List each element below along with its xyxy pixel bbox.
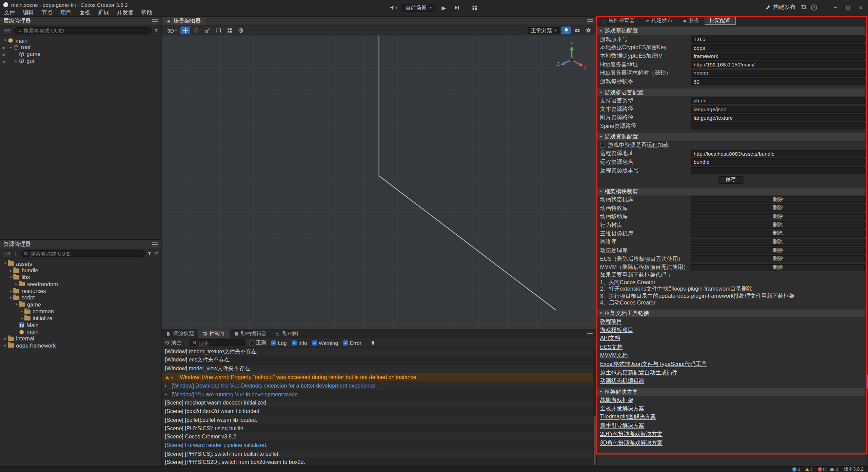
console-tab-3[interactable]: 动画图 xyxy=(271,329,302,337)
menu-item-2[interactable]: 节点 xyxy=(38,8,57,16)
expand-arrow[interactable]: ▸ xyxy=(8,289,13,293)
console-filter-3[interactable]: ✓Warning xyxy=(312,340,338,346)
warning-count-badge[interactable]: 1 xyxy=(805,467,813,472)
rotate-tool-button[interactable] xyxy=(192,26,201,34)
section-header[interactable]: ▾游戏多语言配置 xyxy=(597,88,865,96)
console-row[interactable]: [Window] ecs文件夹不存在 xyxy=(162,356,596,365)
console-tab-1[interactable]: 控制台 xyxy=(198,329,229,337)
console-filter-4[interactable]: ✓Error xyxy=(343,340,361,346)
mode-3d-button[interactable]: 3D▾ xyxy=(165,27,179,34)
console-row[interactable]: [Window] render_texture文件夹不存在 xyxy=(162,348,596,356)
lighting-toggle[interactable] xyxy=(561,26,571,34)
expand-arrow[interactable]: ▸ xyxy=(172,375,176,379)
doc-link[interactable]: 原生包热更新配置自动生成插件 xyxy=(600,369,678,376)
text-input[interactable]: 10000 xyxy=(691,70,865,77)
tree-item[interactable]: TSMain xyxy=(0,322,161,329)
scrollbar-thumb[interactable] xyxy=(594,416,596,465)
expand-arrow[interactable]: ▾ xyxy=(3,38,8,43)
minimize-button[interactable]: − xyxy=(831,4,839,10)
doc-link[interactable]: Tiledmap地图解决方案 xyxy=(600,413,656,421)
checkbox[interactable]: ✓ xyxy=(271,340,276,345)
tree-item[interactable]: ▾script xyxy=(0,294,161,301)
scene-viewport[interactable]: Y X Z xyxy=(162,35,596,329)
hierarchy-search[interactable] xyxy=(14,27,152,34)
console-row[interactable]: [Scene] Cocos Creator v3.8.2 xyxy=(162,432,596,441)
delete-button[interactable]: 删除 xyxy=(691,213,865,220)
scene-select[interactable]: 当前场景 ▾ xyxy=(401,4,435,12)
error-count-badge[interactable]: × 0 xyxy=(817,467,826,472)
menu-item-6[interactable]: 开发者 xyxy=(113,8,137,16)
console-row[interactable]: [Scene] [PHYSICS2D]: switch from box2d-w… xyxy=(162,458,596,466)
delete-button[interactable]: 删除 xyxy=(691,264,865,271)
expand-arrow[interactable]: ▾ xyxy=(14,302,19,307)
tree-item[interactable]: ▸resources xyxy=(0,288,161,294)
checkbox[interactable] xyxy=(600,143,605,148)
menu-item-1[interactable]: 编辑 xyxy=(19,8,38,16)
preview-image-icon[interactable] xyxy=(801,4,806,10)
tree-item[interactable]: ▸seedrandom xyxy=(0,281,161,288)
sort-icon[interactable] xyxy=(14,251,18,256)
text-input[interactable]: zh,en xyxy=(691,97,865,104)
delete-button[interactable]: 删除 xyxy=(691,204,865,212)
step-button[interactable] xyxy=(452,3,462,12)
console-row[interactable]: [Scene] Forward render pipeline initiali… xyxy=(162,441,596,449)
tree-item[interactable]: ▸oops-framework xyxy=(0,342,161,349)
export-log-icon[interactable] xyxy=(371,340,375,345)
expand-arrow[interactable]: ▸ xyxy=(165,392,170,396)
text-input[interactable] xyxy=(691,122,865,130)
console-row[interactable]: [Scene] [bullet]:bullet wasm lib loaded. xyxy=(162,415,596,424)
text-input[interactable]: framework xyxy=(691,53,865,60)
inspector-tab-3[interactable]: 框架配置 xyxy=(705,17,735,25)
checkbox[interactable] xyxy=(249,340,254,345)
extension-count-badge[interactable]: 0 xyxy=(830,467,838,472)
console-filter-0[interactable]: 正则 xyxy=(249,339,267,346)
tree-item[interactable]: ▾libs xyxy=(0,274,161,281)
doc-link[interactable]: 新手引导解决方案 xyxy=(600,422,645,430)
doc-link[interactable]: 动画状态机编辑器 xyxy=(600,377,645,385)
expand-arrow[interactable]: ▾ xyxy=(8,45,13,50)
assets-search[interactable] xyxy=(21,250,145,257)
section-header[interactable]: ▾游戏资源配置 xyxy=(597,133,865,141)
scene-editor-tab[interactable]: 场景编辑器 xyxy=(162,17,206,25)
expand-arrow[interactable]: ▸ xyxy=(165,383,170,388)
checkbox[interactable]: ✓ xyxy=(292,340,297,345)
console-search-input[interactable] xyxy=(199,340,242,346)
tree-item[interactable]: ▸initialize xyxy=(0,315,161,322)
tree-item[interactable]: ▸gui xyxy=(0,58,161,64)
console-row[interactable]: ▸[Window] You are running Vue in develop… xyxy=(162,390,596,398)
delete-button[interactable]: 删除 xyxy=(691,255,865,262)
delete-button[interactable]: 删除 xyxy=(691,247,865,254)
tree-item[interactable]: ▸internal xyxy=(0,335,161,342)
text-input[interactable]: bundle xyxy=(691,158,865,165)
console-scrollbar[interactable] xyxy=(593,348,596,466)
console-filter-1[interactable]: ✓Log xyxy=(271,340,287,346)
doc-link[interactable]: 游戏模板项目 xyxy=(600,326,633,334)
tree-item[interactable]: ▸common xyxy=(0,308,161,315)
panel-menu-icon[interactable] xyxy=(152,19,158,23)
expand-arrow[interactable]: ▾ xyxy=(3,261,8,266)
expand-arrow[interactable]: ▸ xyxy=(14,282,19,286)
expand-arrow[interactable]: ▸ xyxy=(3,343,8,348)
inspector-tab-1[interactable]: 构建发布 xyxy=(640,17,677,25)
inspector-scrollbar[interactable] xyxy=(866,25,868,466)
view-mode-select[interactable]: 正常浏览 ▾ xyxy=(527,27,559,34)
rect-tool-button[interactable] xyxy=(214,26,223,34)
text-input[interactable]: language/json xyxy=(691,105,865,113)
menu-item-4[interactable]: 面板 xyxy=(75,8,94,16)
doc-link[interactable]: 全栈开发解决方案 xyxy=(600,405,645,413)
expand-arrow[interactable]: ▸ xyxy=(14,59,19,63)
close-button[interactable]: × xyxy=(857,4,865,10)
tree-item[interactable]: ▾game xyxy=(0,301,161,308)
refresh-icon[interactable] xyxy=(154,251,158,256)
expand-arrow[interactable]: ▸ xyxy=(3,337,8,341)
console-row[interactable]: ▸[Window] [Vue warn]: Property "onInput"… xyxy=(162,373,596,381)
delete-button[interactable]: 删除 xyxy=(691,238,865,245)
menu-item-0[interactable]: 文件 xyxy=(0,8,19,16)
help-icon[interactable]: ? xyxy=(811,4,817,10)
expand-arrow[interactable]: ▸ xyxy=(8,268,13,273)
delete-button[interactable]: 删除 xyxy=(691,230,865,237)
console-row[interactable]: ▸[Window] Download the Vue Devtools exte… xyxy=(162,381,596,390)
expand-arrow[interactable]: ▸ xyxy=(19,316,24,320)
filter-icon[interactable] xyxy=(154,28,158,33)
view-gizmo[interactable]: Y X Z xyxy=(555,42,589,75)
